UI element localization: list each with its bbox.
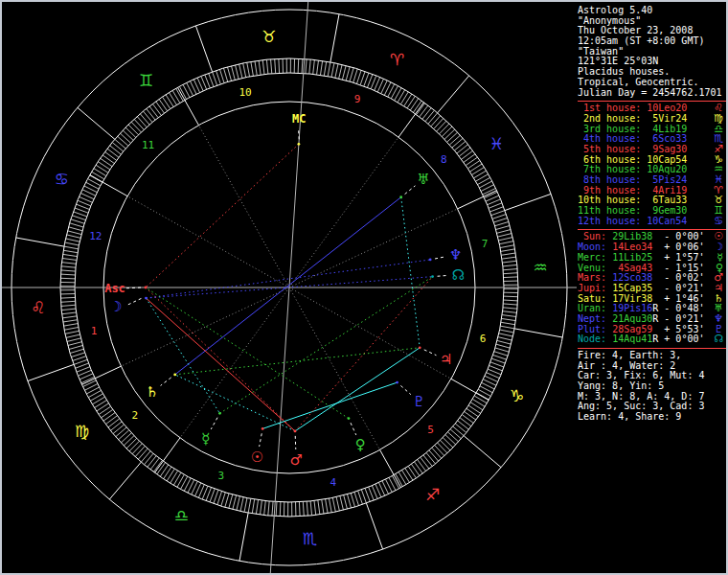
planet-position-dot [145, 297, 148, 300]
degree-tick [156, 102, 165, 113]
degree-tick [503, 311, 517, 313]
aspect-line [295, 348, 420, 431]
zodiac-sign-glyph: ♑ [510, 386, 524, 405]
degree-tick [126, 438, 137, 448]
planet-position-dot [429, 259, 432, 262]
planet-glyph: ♆ [449, 246, 462, 264]
planet-glyph-icon: ☊ [714, 334, 723, 344]
degree-tick [75, 363, 88, 368]
house-cusp [90, 175, 127, 196]
degree-tick [229, 494, 233, 508]
degree-tick [61, 266, 76, 267]
sign-boundary [514, 329, 562, 337]
degree-tick [223, 68, 227, 81]
degree-tick [110, 422, 122, 430]
degree-tick [105, 416, 117, 425]
degree-tick [498, 234, 512, 238]
degree-tick [499, 238, 513, 241]
chart-header: Astrolog 5.40"Anonymous"Thu October 23, … [578, 6, 726, 98]
degree-tick [63, 324, 78, 327]
degree-tick [309, 59, 310, 74]
pointer-dash [161, 378, 171, 385]
degree-tick [134, 119, 144, 129]
degree-tick [104, 151, 116, 160]
planet-glyph: ♀ [355, 436, 366, 453]
degree-tick [72, 216, 85, 220]
house-cusp-inner [289, 288, 451, 379]
degree-tick [70, 223, 83, 227]
degree-tick [351, 494, 354, 507]
divider [578, 348, 726, 349]
degree-tick [448, 432, 459, 442]
degree-tick [116, 427, 126, 437]
degree-tick [502, 318, 516, 320]
degree-tick [342, 65, 346, 80]
degree-tick [460, 418, 471, 426]
divider [578, 101, 726, 102]
degree-tick [322, 499, 324, 514]
degree-tick [437, 121, 446, 131]
zodiac-sign-glyph: ♍ [75, 422, 89, 441]
degree-tick [66, 334, 80, 337]
degree-tick [67, 338, 81, 342]
degree-tick [95, 401, 107, 408]
planet-position-dot [218, 412, 221, 415]
degree-tick [239, 64, 242, 79]
degree-tick [98, 162, 110, 170]
degree-tick [107, 149, 119, 157]
degree-tick [64, 246, 79, 249]
degree-tick [73, 212, 86, 217]
degree-tick [63, 320, 78, 322]
house-cusp [451, 379, 489, 400]
degree-tick [502, 315, 516, 317]
pointer-dash [435, 257, 445, 259]
degree-tick [160, 465, 168, 476]
degree-tick [76, 204, 89, 209]
degree-tick [147, 108, 155, 120]
degree-tick [299, 502, 300, 517]
degree-tick [455, 424, 466, 433]
degree-tick [99, 406, 110, 414]
degree-tick [264, 501, 266, 516]
degree-tick [465, 412, 476, 421]
pointer-dash [351, 423, 356, 435]
planet-position-dot [145, 287, 148, 289]
degree-tick [472, 168, 485, 175]
degree-tick [67, 231, 81, 235]
degree-tick [73, 356, 86, 361]
degree-tick [499, 242, 513, 244]
degree-tick [70, 349, 83, 353]
planet-glyph: ♄ [146, 383, 158, 401]
degree-tick [259, 60, 261, 75]
degree-tick [445, 435, 456, 445]
degree-tick [356, 70, 361, 83]
degree-tick [140, 114, 149, 125]
degree-tick [255, 61, 257, 76]
degree-tick [503, 304, 517, 305]
degree-tick [344, 495, 348, 510]
degree-tick [346, 67, 350, 80]
degree-tick [314, 500, 316, 515]
sign-boundary [438, 76, 469, 113]
degree-tick [364, 73, 369, 86]
degree-tick [123, 130, 133, 140]
degree-tick [470, 164, 483, 172]
planet-position-dot [173, 373, 176, 376]
degree-tick [340, 496, 344, 511]
degree-tick [244, 498, 247, 513]
degree-tick [96, 165, 108, 172]
degree-tick [135, 447, 145, 457]
zodiac-sign-glyph: ♓ [489, 134, 504, 153]
degree-tick [216, 71, 221, 84]
degree-tick [213, 72, 217, 85]
degree-tick [279, 58, 280, 73]
degree-tick [444, 129, 455, 139]
degree-tick [435, 446, 444, 456]
degree-tick [493, 355, 507, 359]
degree-tick [472, 399, 485, 406]
degree-tick [163, 97, 171, 108]
degree-tick [429, 450, 439, 461]
degree-tick [474, 396, 487, 403]
degree-tick [145, 453, 154, 465]
house-number: 7 [482, 238, 489, 250]
